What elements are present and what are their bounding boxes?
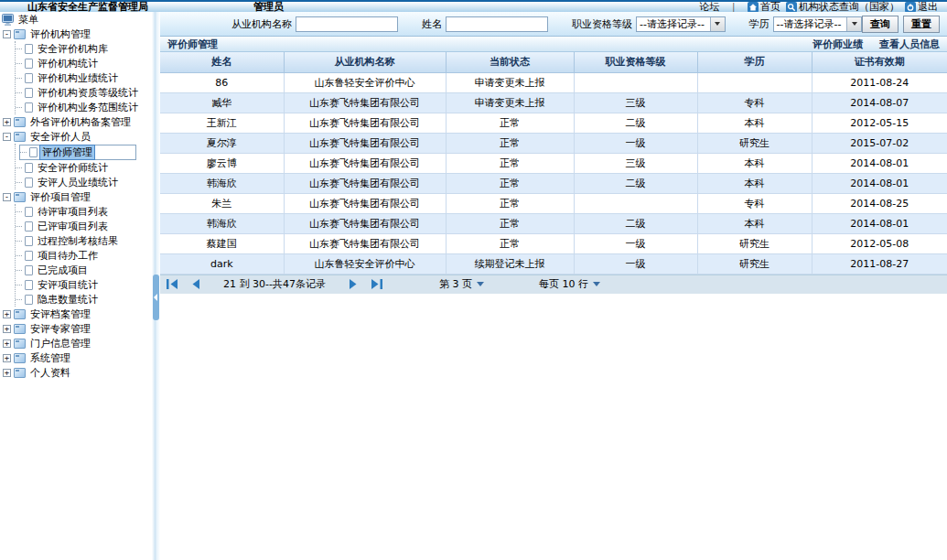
tree-leaf[interactable]: 评价机构统计	[16, 56, 152, 70]
tree-leaf[interactable]: 项目待办工作	[16, 248, 152, 263]
folder-icon	[14, 324, 26, 334]
expand-icon[interactable]: +	[3, 354, 11, 362]
expand-icon[interactable]: +	[3, 325, 11, 333]
prev-page-icon[interactable]	[191, 279, 200, 289]
tree-branch[interactable]: -评价机构管理	[3, 27, 152, 41]
table-row[interactable]: 廖云博山东赛飞特集团有限公司正常三级本科2014-08-01	[160, 153, 947, 173]
table-cell: 山东鲁轻安全评价中心	[284, 72, 446, 92]
table-cell: 山东赛飞特集团有限公司	[284, 153, 446, 173]
tree-connector	[16, 270, 22, 271]
tree-leaf-label: 评价机构业务范围统计	[36, 101, 140, 114]
power-icon	[905, 2, 916, 13]
tree-leaf[interactable]: 隐患数量统计	[16, 292, 152, 307]
tree-leaf-label: 评价机构业绩统计	[36, 71, 120, 85]
column-header[interactable]: 学历	[697, 52, 812, 72]
org-name-label: 从业机构名称	[231, 17, 292, 31]
folder-icon	[14, 309, 26, 319]
tree-children: 评价师管理安全评价师统计安评人员业绩统计	[15, 144, 152, 189]
table-cell: 正常	[446, 193, 574, 213]
table-cell: 韩海欣	[160, 213, 284, 233]
tree-leaf[interactable]: 评价机构资质等级统计	[16, 85, 152, 100]
education-select[interactable]: --请选择记录--	[773, 16, 863, 32]
table-row[interactable]: 韩海欣山东赛飞特集团有限公司正常二级本科2014-08-01	[160, 213, 947, 233]
table-row[interactable]: 王新江山东赛飞特集团有限公司正常二级本科2012-05-15	[160, 113, 947, 133]
expand-icon[interactable]: +	[3, 369, 11, 377]
person-name-input[interactable]	[446, 16, 548, 32]
table-row[interactable]: 臧华山东赛飞特集团有限公司申请变更未上报三级专科2014-08-07	[160, 92, 947, 113]
last-page-icon[interactable]	[371, 279, 382, 289]
tree-leaf[interactable]: 过程控制考核结果	[16, 233, 152, 248]
collapse-icon[interactable]: -	[3, 193, 11, 201]
tree-branch[interactable]: -安全评价人员	[3, 129, 152, 144]
tree-leaf-label: 过程控制考核结果	[36, 234, 120, 248]
dropdown-arrow-icon[interactable]	[710, 17, 725, 31]
dropdown-arrow-icon[interactable]	[846, 17, 861, 31]
collapse-icon[interactable]: -	[3, 30, 11, 38]
sidebar-splitter[interactable]	[152, 12, 160, 560]
expand-icon[interactable]: +	[3, 310, 11, 318]
tree-branch[interactable]: +安评专家管理	[3, 321, 152, 336]
table-cell: 二级	[574, 173, 697, 193]
tree-branch[interactable]: +门户信息管理	[3, 336, 152, 350]
column-header[interactable]: 职业资格等级	[574, 52, 697, 72]
table-row[interactable]: 韩海欣山东赛飞特集团有限公司正常二级本科2014-08-01	[160, 173, 947, 193]
tree-leaf[interactable]: 评价机构业务范围统计	[16, 100, 152, 114]
expand-icon[interactable]: +	[3, 118, 11, 126]
page-number-select[interactable]: 第 3 页	[439, 277, 484, 291]
table-row[interactable]: 夏尔淳山东赛飞特集团有限公司正常一级研究生2015-07-02	[160, 133, 947, 153]
table-row[interactable]: 朱兰山东赛飞特集团有限公司正常专科2014-08-25	[160, 193, 947, 213]
search-bar: 从业机构名称 姓名 职业资格等级 --请选择记录-- 学历 --请选择记录-- …	[160, 12, 947, 37]
tree-leaf-label: 安评项目统计	[36, 278, 100, 292]
sidebar-collapse-handle[interactable]	[153, 275, 159, 320]
tree-leaf[interactable]: 评价机构业绩统计	[16, 70, 152, 85]
tree-leaf[interactable]: 已评审项目列表	[16, 219, 152, 233]
table-cell: 夏尔淳	[160, 133, 284, 153]
evaluator-performance-link[interactable]: 评价师业绩	[812, 38, 863, 51]
column-header[interactable]: 证书有效期	[812, 52, 947, 72]
tree-leaf-label: 项目待办工作	[36, 249, 100, 263]
tree-branch[interactable]: +系统管理	[3, 350, 152, 365]
tree-leaf[interactable]: 已完成项目	[16, 263, 152, 277]
column-header[interactable]: 从业机构名称	[284, 52, 446, 72]
table-row[interactable]: dark山东鲁轻安全评价中心续期登记未上报一级研究生2011-08-27	[160, 253, 947, 274]
column-header[interactable]: 姓名	[160, 52, 284, 72]
tree-leaf[interactable]: 安评项目统计	[16, 277, 152, 292]
tree-branch-label: 安评专家管理	[28, 322, 92, 336]
first-page-icon[interactable]	[167, 279, 178, 289]
tree-connector	[16, 226, 22, 227]
tree-branch[interactable]: -评价项目管理	[3, 189, 152, 204]
table-cell: 正常	[446, 233, 574, 253]
qualification-select[interactable]: --请选择记录--	[636, 16, 726, 32]
record-range-info: 21 到 30--共47条记录	[223, 277, 326, 291]
table-cell: 研究生	[697, 253, 812, 274]
org-name-input[interactable]	[296, 16, 398, 32]
tree-leaf[interactable]: 安全评价师统计	[16, 160, 152, 175]
table-cell: 山东赛飞特集团有限公司	[284, 193, 446, 213]
tree-branch-label: 评价机构管理	[28, 27, 92, 41]
query-button[interactable]: 查询	[862, 16, 899, 33]
page-size-select[interactable]: 每页 10 行	[539, 277, 600, 291]
reset-button[interactable]: 重置	[903, 16, 940, 33]
table-cell: 2011-08-24	[812, 72, 947, 92]
view-personnel-info-link[interactable]: 查看人员信息	[879, 38, 940, 51]
tree-branch[interactable]: +安评档案管理	[3, 307, 152, 321]
tree-branch[interactable]: +个人资料	[3, 365, 152, 380]
tree-leaf[interactable]: 待评审项目列表	[16, 204, 152, 219]
column-header[interactable]: 当前状态	[446, 52, 574, 72]
tree-leaf[interactable]: 安评人员业绩统计	[16, 175, 152, 189]
expand-icon[interactable]: +	[3, 339, 11, 348]
next-page-icon[interactable]	[349, 279, 358, 289]
tree-leaf[interactable]: 安全评价机构库	[16, 41, 152, 56]
table-head-row: 姓名从业机构名称当前状态职业资格等级学历证书有效期	[160, 52, 947, 72]
table-cell: 2014-08-01	[812, 213, 947, 233]
table-cell: 一级	[574, 233, 697, 253]
tree-branch[interactable]: +外省评价机构备案管理	[3, 114, 152, 129]
tree-leaf-label: 隐患数量统计	[36, 293, 100, 307]
table-row[interactable]: 蔡建国山东赛飞特集团有限公司正常一级研究生2012-05-08	[160, 233, 947, 253]
collapse-icon[interactable]: -	[3, 133, 11, 141]
magnifier-icon	[786, 2, 797, 13]
table-cell: 山东赛飞特集团有限公司	[284, 213, 446, 233]
table-row[interactable]: 86山东鲁轻安全评价中心申请变更未上报2011-08-24	[160, 72, 947, 92]
tree-leaf-selected[interactable]: 评价师管理	[19, 145, 136, 160]
table-cell: 三级	[574, 92, 697, 113]
